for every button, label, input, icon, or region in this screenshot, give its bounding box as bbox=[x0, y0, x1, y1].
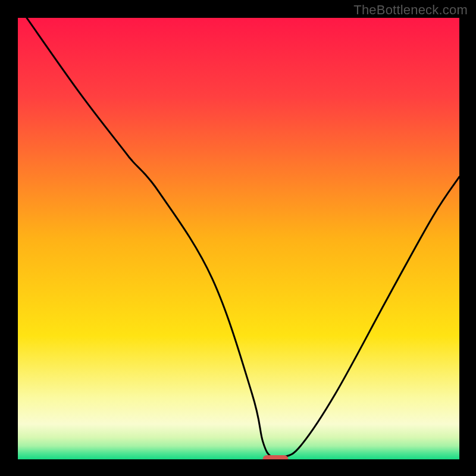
bottleneck-marker bbox=[262, 455, 288, 459]
bottleneck-curve bbox=[27, 18, 459, 459]
curve-plot bbox=[18, 18, 459, 459]
watermark-text: TheBottleneck.com bbox=[353, 2, 468, 18]
plot-area bbox=[18, 18, 459, 459]
chart-frame: TheBottleneck.com bbox=[0, 0, 476, 476]
